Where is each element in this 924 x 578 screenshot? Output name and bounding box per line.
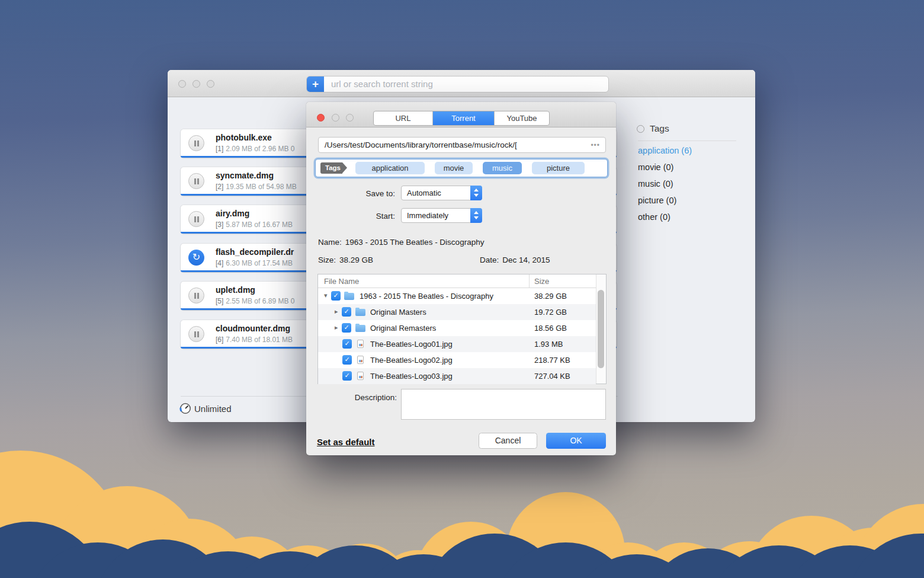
start-select[interactable]: Immediately: [401, 208, 482, 223]
download-name: airy.dmg: [216, 209, 249, 218]
download-info: [4]6.30 MB of 17.54 MB: [216, 259, 293, 267]
checkbox-checked[interactable]: ✓: [342, 355, 352, 365]
main-titlebar: + url or search torrent string: [168, 70, 755, 97]
download-name: syncmate.dmg: [216, 171, 274, 180]
tab-youtube[interactable]: YouTube: [495, 111, 549, 125]
browse-button[interactable]: •••: [585, 141, 605, 149]
start-label: Start:: [306, 212, 395, 221]
pause-icon[interactable]: [188, 211, 204, 227]
tag-filter-movie[interactable]: movie (0): [638, 162, 673, 172]
speed-limit-control[interactable]: Unlimited: [179, 402, 232, 415]
checkbox-checked[interactable]: ✓: [342, 371, 352, 381]
expander-closed-icon[interactable]: ▸: [335, 308, 338, 315]
expander-open-icon[interactable]: ▾: [324, 292, 328, 299]
file-size: 38.29 GB: [534, 292, 567, 301]
file-size: 18.56 GB: [534, 324, 567, 333]
download-info: [3]5.87 MB of 16.67 MB: [216, 221, 293, 229]
download-name: flash_decompiler.dr: [216, 247, 294, 257]
file-size: 727.04 KB: [534, 372, 570, 381]
torrent-path-value: /Users/test/Documents/library/torrentbas…: [319, 140, 585, 149]
close-button[interactable]: [317, 114, 325, 122]
table-row[interactable]: ✓ The-Beatles-Logo01.jpg 1.93 MB: [318, 336, 596, 352]
table-row[interactable]: ✓ The-Beatles-Logo03.jpg 727.04 KB: [318, 368, 596, 384]
scrollbar-thumb[interactable]: [598, 290, 604, 368]
tags-field[interactable]: Tags application movie music picture: [316, 159, 607, 177]
download-info: [2]19.35 MB of 54.98 MB: [216, 183, 297, 191]
zoom-button[interactable]: [207, 80, 214, 88]
torrent-path-field[interactable]: /Users/test/Documents/library/torrentbas…: [318, 137, 606, 153]
close-button[interactable]: [178, 80, 186, 88]
torrent-size-line: Size:38.29 GB: [318, 256, 373, 264]
column-size[interactable]: Size: [534, 277, 549, 286]
tags-filter-icon: [637, 125, 644, 133]
tag-option-movie[interactable]: movie: [435, 162, 473, 174]
torrent-date-line: Date:Dec 14, 2015: [480, 256, 550, 264]
file-table: File Name Size ▾ ✓ 1963 - 2015 The Beatl…: [317, 274, 607, 384]
tag-option-application[interactable]: application: [355, 162, 425, 174]
table-row[interactable]: ▸ ✓ Original Remasters 18.56 GB: [318, 320, 596, 336]
downloading-icon[interactable]: ↻: [188, 250, 204, 266]
download-info: [6]7.40 MB of 18.01 MB: [216, 336, 293, 344]
tag-filter-picture[interactable]: picture (0): [638, 196, 676, 205]
minimize-button[interactable]: [192, 80, 200, 88]
download-info: [5]2.55 MB of 6.89 MB 0: [216, 297, 294, 305]
column-file-name[interactable]: File Name: [324, 277, 359, 286]
torrent-name-line: Name:1963 - 2015 The Beatles - Discograp…: [318, 238, 484, 247]
description-input[interactable]: [401, 389, 606, 420]
desktop: + url or search torrent string photobulk…: [0, 0, 924, 578]
pause-icon[interactable]: [188, 326, 204, 342]
file-name: The-Beatles-Logo02.jpg: [370, 356, 453, 365]
pause-icon[interactable]: [188, 173, 204, 189]
file-name: 1963 - 2015 The Beatles - Discography: [360, 292, 493, 301]
checkbox-checked[interactable]: ✓: [331, 291, 341, 301]
table-row[interactable]: ✓ The-Beatles-Logo02.jpg 218.77 KB: [318, 352, 596, 368]
tag-option-picture[interactable]: picture: [532, 162, 585, 174]
image-file-icon: [357, 340, 364, 348]
save-to-select[interactable]: Automatic: [401, 186, 482, 200]
expander-closed-icon[interactable]: ▸: [335, 324, 338, 331]
checkbox-checked[interactable]: ✓: [342, 323, 351, 333]
tags-badge: Tags: [320, 162, 342, 174]
image-file-icon: [357, 356, 364, 364]
folder-icon: [344, 293, 354, 300]
tag-filter-music[interactable]: music (0): [638, 179, 673, 189]
cancel-button[interactable]: Cancel: [479, 433, 537, 449]
checkbox-checked[interactable]: ✓: [342, 307, 351, 317]
set-as-default-link[interactable]: Set as default: [317, 437, 375, 447]
download-info: [1]2.09 MB of 2.96 MB 0: [216, 145, 294, 153]
tag-option-music[interactable]: music: [483, 162, 522, 174]
file-size: 218.77 KB: [534, 356, 570, 365]
tag-filter-application[interactable]: application (6): [638, 146, 692, 155]
column-divider: [529, 274, 530, 288]
tab-torrent[interactable]: Torrent: [433, 111, 495, 125]
source-type-tabs: URL Torrent YouTube: [373, 111, 550, 126]
tab-url[interactable]: URL: [374, 111, 433, 125]
save-to-value: Automatic: [407, 189, 441, 197]
pause-icon[interactable]: [188, 135, 204, 151]
minimize-button[interactable]: [332, 114, 339, 122]
file-name: The-Beatles-Logo01.jpg: [370, 340, 453, 349]
speed-label: Unlimited: [194, 404, 232, 414]
table-row[interactable]: ▾ ✓ 1963 - 2015 The Beatles - Discograph…: [318, 288, 596, 304]
add-torrent-dialog: URL Torrent YouTube /Users/test/Document…: [306, 102, 616, 455]
checkbox-checked[interactable]: ✓: [342, 339, 352, 349]
table-scrollbar[interactable]: [596, 274, 606, 384]
tag-filter-other[interactable]: other (0): [638, 212, 670, 222]
file-name: The-Beatles-Logo03.jpg: [370, 372, 453, 381]
tags-panel-divider: [638, 140, 736, 141]
table-header: File Name Size: [318, 274, 606, 288]
add-torrent-button[interactable]: +: [307, 76, 324, 92]
folder-icon: [355, 325, 365, 332]
dialog-titlebar: URL Torrent YouTube: [306, 102, 616, 127]
file-name: Original Remasters: [370, 324, 436, 333]
tags-panel-title: Tags: [650, 123, 669, 134]
search-bar: + url or search torrent string: [306, 76, 609, 92]
pause-icon[interactable]: [188, 288, 204, 304]
search-input[interactable]: url or search torrent string: [324, 76, 608, 92]
ok-button[interactable]: OK: [546, 433, 606, 449]
download-name: photobulk.exe: [216, 133, 272, 142]
download-name: cloudmounter.dmg: [216, 324, 290, 333]
file-size: 1.93 MB: [534, 340, 563, 349]
zoom-button[interactable]: [346, 114, 354, 122]
table-row[interactable]: ▸ ✓ Original Masters 19.72 GB: [318, 304, 596, 320]
